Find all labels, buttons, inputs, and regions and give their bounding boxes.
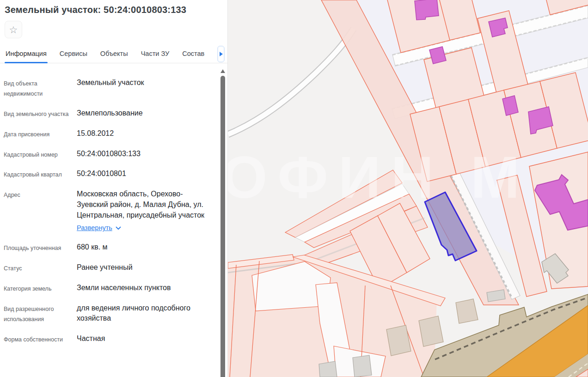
- map-canvas[interactable]: ОФИН М: [228, 0, 588, 377]
- tab-information[interactable]: Информация: [6, 45, 47, 63]
- app-window: Земельный участок: 50:24:0010803:133 ☆ И…: [0, 0, 588, 377]
- field-value: Земли населенных пунктов: [77, 283, 208, 294]
- field-label: Категория земель: [4, 283, 77, 294]
- info-row: Статус Ранее учтенный: [4, 258, 208, 279]
- field-label: Адрес: [4, 189, 77, 233]
- tabs-scroll-right-button[interactable]: [217, 46, 225, 62]
- field-value: Земельный участок: [77, 78, 208, 99]
- field-value: 50:24:0010803:133: [77, 149, 208, 160]
- info-row: Вид земельного участка Землепользование: [4, 104, 208, 124]
- tab-parcel-parts[interactable]: Части ЗУ: [141, 45, 170, 63]
- field-value: 680 кв. м: [77, 242, 208, 254]
- panel-scrollbar[interactable]: [220, 68, 226, 377]
- field-value: Частная: [77, 334, 208, 345]
- star-icon: ☆: [9, 25, 18, 35]
- field-label: Дата присвоения: [4, 128, 77, 140]
- info-row: Вид объекта недвижимости Земельный участ…: [4, 73, 208, 104]
- scroll-up-icon[interactable]: [220, 69, 225, 73]
- scrollbar-thumb[interactable]: [220, 76, 225, 377]
- field-value: Московская область, Орехово-Зуевский рай…: [77, 189, 208, 233]
- expand-link-label: Развернуть: [77, 223, 112, 233]
- tab-services[interactable]: Сервисы: [60, 45, 87, 63]
- arrow-right-icon: [220, 52, 223, 56]
- info-row: Кадастровый номер 50:24:0010803:133: [4, 145, 208, 165]
- page-title: Земельный участок: 50:24:0010803:133: [0, 0, 227, 15]
- favorite-button[interactable]: ☆: [5, 21, 22, 38]
- info-row: Категория земель Земли населенных пункто…: [4, 279, 208, 299]
- field-label: Статус: [4, 262, 77, 274]
- field-label: Кадастровый квартал: [4, 169, 77, 180]
- building: [319, 361, 337, 377]
- field-label: Вид объекта недвижимости: [4, 78, 77, 99]
- field-label: Вид разрешенного использования: [4, 303, 77, 325]
- tab-bar: Информация Сервисы Объекты Части ЗУ Сост…: [0, 45, 227, 63]
- field-value: Землепользование: [77, 108, 208, 120]
- field-value: 50:24:0010801: [77, 169, 208, 180]
- field-label: Форма собственности: [4, 334, 77, 345]
- cadastral-map[interactable]: ОФИН М: [228, 0, 588, 377]
- field-value: 15.08.2012: [77, 128, 208, 140]
- chevron-down-icon: [116, 226, 121, 230]
- info-rows: Вид объекта недвижимости Земельный участ…: [0, 63, 220, 349]
- info-row: Форма собственности Частная: [4, 329, 208, 350]
- info-row: Кадастровый квартал 50:24:0010801: [4, 164, 208, 185]
- building: [353, 355, 372, 377]
- field-value: для ведения личного подсобного хозяйства: [77, 303, 208, 325]
- field-label: Кадастровый номер: [4, 149, 77, 160]
- info-row-address: Адрес Московская область, Орехово-Зуевск…: [4, 185, 208, 238]
- map-watermark: ОФИН М: [228, 144, 530, 210]
- expand-link[interactable]: Развернуть: [77, 223, 121, 233]
- address-text: Московская область, Орехово-Зуевский рай…: [77, 190, 204, 219]
- info-panel: Земельный участок: 50:24:0010803:133 ☆ И…: [0, 0, 228, 377]
- tab-composition[interactable]: Состав: [182, 45, 204, 63]
- field-value: Ранее учтенный: [77, 262, 208, 274]
- info-row: Дата присвоения 15.08.2012: [4, 124, 208, 145]
- field-label: Вид земельного участка: [4, 108, 77, 120]
- building[interactable]: [489, 18, 508, 37]
- field-label: Площадь уточненная: [4, 242, 77, 254]
- info-row: Вид разрешенного использования для веден…: [4, 299, 208, 329]
- info-row: Площадь уточненная 680 кв. м: [4, 238, 208, 258]
- tab-objects[interactable]: Объекты: [100, 45, 128, 63]
